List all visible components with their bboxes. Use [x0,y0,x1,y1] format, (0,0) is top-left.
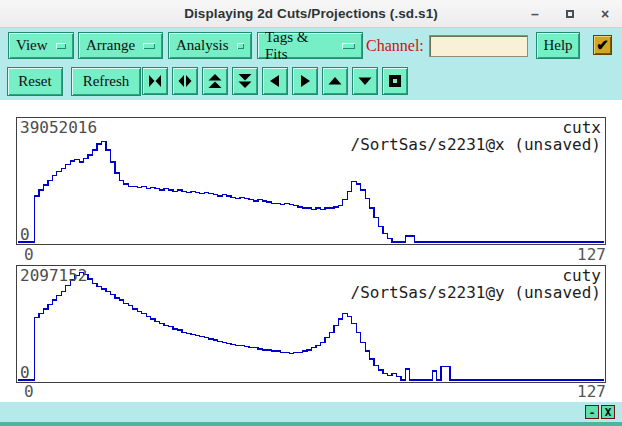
close-icon[interactable]: × [598,7,612,21]
x-tick-max: 127 [577,384,606,400]
expand-horizontal-button[interactable] [172,67,198,95]
app-window: Displaying 2d Cuts/Projections (.sd.s1) … [0,0,622,426]
help-button-label: Help [543,37,572,54]
histogram-title: cutx [562,120,601,136]
stop-button[interactable] [382,67,408,95]
scroll-right-button[interactable] [292,67,318,95]
y-max-label: 39052016 [20,120,97,136]
titlebar[interactable]: Displaying 2d Cuts/Projections (.sd.s1) … [0,0,622,28]
double-down-button[interactable] [232,67,258,95]
minimize-icon[interactable]: – [528,7,542,21]
menu-tags-fits[interactable]: Tags & Fits [257,32,363,59]
double-down-icon [237,73,253,89]
menu-view-label: View [16,37,48,54]
option-menu-indicator-icon [56,43,66,49]
statusbar: - X [0,402,622,422]
left-arrow-icon [267,73,283,89]
collapse-horizontal-icon [147,73,163,89]
mini-close-icon[interactable]: X [601,405,615,419]
menu-analysis[interactable]: Analysis [168,32,252,59]
scroll-down-button[interactable] [352,67,378,95]
histogram-panel-cuty[interactable]: 2097152 0 cuty /SortSas/s2231@y (unsaved… [16,265,606,383]
up-arrow-icon [327,73,343,89]
menu-arrange[interactable]: Arrange [78,32,163,59]
right-arrow-icon [297,73,313,89]
menu-arrange-label: Arrange [86,37,135,54]
window-title: Displaying 2d Cuts/Projections (.sd.s1) [184,6,438,21]
stop-square-icon [387,73,403,89]
histogram-source: /SortSas/s2231@y (unsaved) [351,285,601,301]
double-up-icon [207,73,223,89]
maximize-icon[interactable] [563,7,577,21]
reset-button[interactable]: Reset [7,67,63,96]
toolbar: Reset Refresh [0,64,622,100]
down-arrow-icon [357,73,373,89]
scroll-up-button[interactable] [322,67,348,95]
refresh-button[interactable]: Refresh [71,67,141,96]
channel-label: Channel: [366,28,424,64]
channel-input[interactable] [429,35,528,57]
reset-button-label: Reset [18,73,51,90]
histogram-source: /SortSas/s2231@x (unsaved) [351,137,601,153]
y-max-label: 2097152 [20,268,87,284]
statusbar-controls: - X [585,405,615,419]
collapse-horizontal-button[interactable] [142,67,168,95]
x-tick-min: 0 [24,247,34,263]
y-min-label: 0 [20,365,30,381]
option-menu-indicator-icon [143,43,155,49]
mini-minimize-icon[interactable]: - [585,405,599,419]
histogram-title: cuty [562,268,601,284]
checkmark-icon: ✔ [596,36,609,54]
plot-area: 39052016 0 cutx /SortSas/s2231@x (unsave… [0,100,622,402]
scroll-left-button[interactable] [262,67,288,95]
y-min-label: 0 [20,227,30,243]
option-menu-indicator-icon [237,43,245,49]
menu-analysis-label: Analysis [176,37,229,54]
histogram-panel-cutx[interactable]: 39052016 0 cutx /SortSas/s2231@x (unsave… [16,117,606,245]
refresh-button-label: Refresh [83,73,130,90]
orange-checkbox[interactable]: ✔ [593,35,612,55]
double-up-button[interactable] [202,67,228,95]
x-axis-cutx: 0 127 [16,247,606,264]
menu-tags-fits-label: Tags & Fits [265,29,334,63]
expand-horizontal-icon [177,73,193,89]
menubar: View Arrange Analysis Tags & Fits Channe… [0,28,622,64]
x-axis-cuty: 0 127 [16,384,606,401]
x-tick-min: 0 [24,384,34,400]
x-tick-max: 127 [577,247,606,263]
window-controls: – × [528,0,612,28]
menu-view[interactable]: View [8,32,74,59]
option-menu-indicator-icon [342,43,355,49]
window-bottom-edge [0,422,622,426]
help-button[interactable]: Help [536,32,580,59]
